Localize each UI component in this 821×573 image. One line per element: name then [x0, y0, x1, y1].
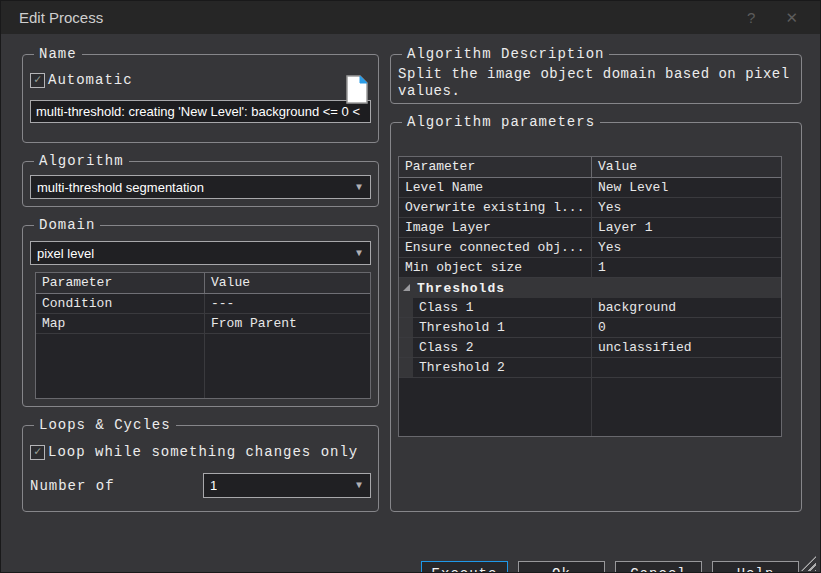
chevron-down-icon: ▼: [348, 248, 370, 259]
table-row[interactable]: Level NameNew Level: [399, 178, 781, 198]
dialog-body: Name ✓ Automatic Algorithm multi-thresho…: [1, 34, 820, 573]
value-cell[interactable]: New Level: [592, 178, 781, 197]
name-group-label: Name: [34, 46, 82, 62]
value-cell[interactable]: background: [592, 298, 781, 317]
expand-icon[interactable]: [403, 284, 410, 291]
process-name-input[interactable]: [30, 100, 371, 123]
tree-indent: [399, 338, 413, 357]
param-cell[interactable]: Level Name: [399, 178, 592, 197]
column-header[interactable]: Parameter: [36, 273, 205, 293]
param-cell[interactable]: Map: [36, 314, 205, 333]
param-cell[interactable]: Image Layer: [399, 218, 592, 237]
param-cell[interactable]: Threshold 1: [413, 318, 592, 337]
automatic-checkbox[interactable]: ✓: [30, 73, 45, 88]
resize-grip-icon[interactable]: [801, 556, 816, 571]
param-cell[interactable]: Threshold 2: [413, 358, 592, 377]
loop-label: Loop while something changes only: [48, 444, 358, 460]
parameters-group-label: Algorithm parameters: [402, 114, 600, 130]
chevron-down-icon: ▼: [348, 480, 370, 491]
table-row[interactable]: Overwrite existing l...Yes: [399, 198, 781, 218]
loops-group-label: Loops & Cycles: [34, 417, 176, 433]
value-cell[interactable]: Yes: [592, 198, 781, 217]
window-title: Edit Process: [19, 9, 103, 26]
param-cell[interactable]: Condition: [36, 294, 205, 313]
table-empty-area: [36, 334, 370, 398]
column-header[interactable]: Parameter: [399, 157, 592, 177]
parameters-table: ParameterValueLevel NameNew LevelOverwri…: [398, 156, 782, 437]
group-row-label: Thresholds: [417, 281, 505, 296]
value-cell[interactable]: Layer 1: [592, 218, 781, 237]
algorithm-select-value: multi-threshold segmentation: [31, 180, 204, 195]
table-row[interactable]: Min object size1: [399, 258, 781, 278]
domain-group-label: Domain: [34, 217, 100, 233]
number-of-value: 1: [204, 478, 217, 493]
table-row[interactable]: Class 2unclassified: [399, 338, 781, 358]
ok-button[interactable]: Ok: [518, 561, 605, 573]
table-row[interactable]: Class 1background: [399, 298, 781, 318]
tree-indent: [399, 298, 413, 317]
value-cell[interactable]: 1: [592, 258, 781, 277]
description-group-label: Algorithm Description: [402, 46, 609, 62]
domain-select[interactable]: pixel level ▼: [30, 241, 371, 265]
column-header[interactable]: Value: [205, 273, 256, 293]
domain-params-table: ParameterValueCondition---MapFrom Parent: [35, 272, 371, 399]
execute-button[interactable]: Execute: [421, 561, 508, 573]
value-cell[interactable]: [592, 358, 781, 377]
param-cell[interactable]: Ensure connected obj...: [399, 238, 592, 257]
table-row[interactable]: Thresholds: [399, 278, 781, 298]
tree-indent: [399, 318, 413, 337]
domain-group: Domain pixel level ▼ ParameterValueCondi…: [22, 217, 379, 407]
param-cell[interactable]: Min object size: [399, 258, 592, 277]
algorithm-group: Algorithm multi-threshold segmentation ▼: [22, 153, 379, 207]
automatic-label: Automatic: [48, 72, 133, 88]
domain-select-value: pixel level: [31, 246, 94, 261]
close-icon[interactable]: ✕: [785, 9, 798, 27]
tree-indent: [399, 358, 413, 377]
param-cell[interactable]: Class 1: [413, 298, 592, 317]
value-cell[interactable]: Yes: [592, 238, 781, 257]
algorithm-description-text: Split the image object domain based on p…: [398, 66, 794, 100]
chevron-down-icon: ▼: [348, 182, 370, 193]
new-document-icon[interactable]: [344, 74, 369, 105]
dialog-buttons: Execute Ok Cancel Help: [421, 561, 799, 573]
table-row[interactable]: Image LayerLayer 1: [399, 218, 781, 238]
table-row[interactable]: MapFrom Parent: [36, 314, 370, 334]
param-cell[interactable]: Class 2: [413, 338, 592, 357]
titlebar[interactable]: Edit Process ? ✕: [1, 1, 820, 34]
cancel-button[interactable]: Cancel: [615, 561, 702, 573]
algorithm-description-group: Algorithm Description Split the image ob…: [390, 46, 802, 104]
algorithm-group-label: Algorithm: [34, 153, 129, 169]
value-cell[interactable]: unclassified: [592, 338, 781, 357]
help-icon[interactable]: ?: [747, 9, 755, 26]
value-cell[interactable]: 0: [592, 318, 781, 337]
value-cell[interactable]: From Parent: [205, 314, 370, 333]
number-of-label: Number of: [30, 478, 203, 494]
name-group: Name ✓ Automatic: [22, 46, 379, 143]
table-row[interactable]: Condition---: [36, 294, 370, 314]
help-button[interactable]: Help: [712, 561, 799, 573]
column-header[interactable]: Value: [592, 157, 643, 177]
value-cell[interactable]: ---: [205, 294, 370, 313]
algorithm-parameters-group: Algorithm parameters ParameterValueLevel…: [390, 114, 802, 512]
loop-checkbox[interactable]: ✓: [30, 445, 45, 460]
table-row[interactable]: Ensure connected obj...Yes: [399, 238, 781, 258]
table-row[interactable]: Threshold 10: [399, 318, 781, 338]
algorithm-select[interactable]: multi-threshold segmentation ▼: [30, 175, 371, 199]
table-row[interactable]: Threshold 2: [399, 358, 781, 378]
loops-group: Loops & Cycles ✓ Loop while something ch…: [22, 417, 379, 512]
param-cell[interactable]: Overwrite existing l...: [399, 198, 592, 217]
table-empty-area: [399, 378, 781, 436]
table-header: ParameterValue: [36, 273, 370, 294]
number-of-select[interactable]: 1 ▼: [203, 473, 371, 498]
edit-process-dialog: Edit Process ? ✕ Name ✓ Automatic Algori: [0, 0, 821, 573]
table-header: ParameterValue: [399, 157, 781, 178]
